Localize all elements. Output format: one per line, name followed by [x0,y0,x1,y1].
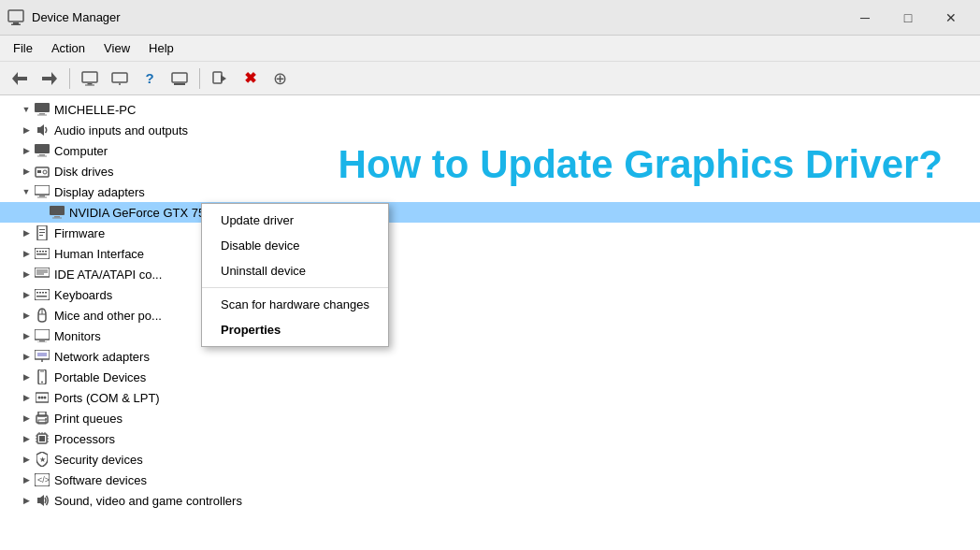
tree-item-disk[interactable]: ▶Disk drives [0,161,980,181]
software-toggle[interactable]: ▶ [19,472,34,487]
mice-toggle[interactable]: ▶ [19,308,34,323]
ide-label: IDE ATA/ATAPI co... [54,268,162,282]
menu-item-action[interactable]: Action [42,37,94,59]
uninstall-button[interactable]: ✖ [236,65,264,92]
svg-point-63 [44,397,47,399]
root-label: MICHELLE-PC [54,103,136,117]
tree-item-ide[interactable]: ▶IDE ATA/ATAPI co... [0,264,980,284]
menu-item-view[interactable]: View [94,37,139,59]
processors-label: Processors [54,432,115,446]
tree-item-computer[interactable]: ▶Computer [0,140,980,161]
ports-toggle[interactable]: ▶ [19,390,34,405]
tree-item-mice[interactable]: ▶Mice and other po... [0,305,980,326]
device-tree[interactable]: ▼ MICHELLE-PC ▶Audio inputs and outputs▶… [0,95,980,550]
menu-item-help[interactable]: Help [139,37,183,59]
context-menu-item-3[interactable]: Scan for hardware changes [202,292,388,317]
tree-item-ports[interactable]: ▶Ports (COM & LPT) [0,387,980,408]
svg-rect-31 [39,232,45,233]
tree-item-hid[interactable]: ▶Human Interface [0,243,980,264]
hid-label: Human Interface [54,247,144,261]
help-button[interactable]: ? [136,65,164,92]
nvidia-icon [49,205,65,220]
window-title: Device Manager [32,10,843,24]
portable-toggle[interactable]: ▶ [19,369,34,384]
back-button[interactable] [6,65,34,92]
maximize-button[interactable]: □ [886,0,930,36]
tree-item-audio[interactable]: ▶Audio inputs and outputs [0,120,980,140]
svg-rect-51 [35,329,50,340]
hid-icon [34,246,50,261]
firmware-label: Firmware [54,226,105,240]
forward-button[interactable] [36,65,64,92]
svg-rect-17 [35,144,50,153]
tree-item-firmware[interactable]: ▶Firmware [0,223,980,243]
tree-item-nvidia[interactable]: NVIDIA GeForce GTX 750 Ti [0,202,980,223]
close-button[interactable]: ✕ [930,0,973,36]
context-menu-item-1[interactable]: Disable device [202,233,388,258]
tree-item-display[interactable]: ▼Display adapters [0,181,980,202]
svg-rect-6 [88,83,93,85]
tree-item-portable[interactable]: ▶Portable Devices [0,367,980,387]
window-controls: ─ □ ✕ [843,0,973,36]
computer-toggle[interactable]: ▶ [19,143,34,158]
svg-rect-14 [35,103,50,112]
tree-item-network[interactable]: ▶Network adapters [0,346,980,367]
svg-rect-0 [8,10,23,22]
main-content: ▼ MICHELLE-PC ▶Audio inputs and outputs▶… [0,95,980,550]
svg-rect-7 [85,84,94,85]
audio-toggle[interactable]: ▶ [19,123,34,138]
svg-rect-52 [39,340,45,342]
audio-label: Audio inputs and outputs [54,123,188,138]
update-driver-button[interactable] [206,65,234,92]
tree-root[interactable]: ▼ MICHELLE-PC [0,99,980,120]
device-manager-button[interactable] [76,65,104,92]
context-menu-item-4[interactable]: Properties [202,317,388,342]
monitors-icon [34,328,50,343]
sound-toggle[interactable]: ▶ [19,493,34,508]
root-toggle[interactable]: ▼ [19,102,34,117]
processors-toggle[interactable]: ▶ [19,431,34,446]
tree-item-monitors[interactable]: ▶Monitors [0,326,980,346]
disk-toggle[interactable]: ▶ [19,164,34,179]
portable-label: Portable Devices [54,370,146,384]
network-label: Network adapters [54,350,150,364]
show-hidden-button[interactable] [166,65,194,92]
svg-rect-58 [40,371,44,372]
context-menu-separator-2 [202,287,388,288]
tree-item-software[interactable]: ▶</>Software devices [0,470,980,490]
scan-button[interactable]: ⊕ [266,65,294,92]
ide-toggle[interactable]: ▶ [19,267,34,282]
svg-marker-3 [12,72,27,85]
context-menu-item-2[interactable]: Uninstall device [202,258,388,283]
display-toggle[interactable]: ▼ [19,184,34,199]
security-label: Security devices [54,453,143,467]
context-menu-item-0[interactable]: Update driver [202,208,388,233]
ide-icon [34,267,50,282]
menu-item-file[interactable]: File [4,37,42,59]
computer-icon [34,143,50,158]
svg-marker-13 [221,75,226,82]
title-bar: Device Manager ─ □ ✕ [0,0,980,36]
disk-icon [34,164,50,179]
network-toggle[interactable]: ▶ [19,349,34,364]
svg-text:★: ★ [39,456,46,464]
svg-rect-25 [37,197,47,198]
display-icon [34,184,50,199]
print-toggle[interactable]: ▶ [19,411,34,426]
tree-item-sound[interactable]: ▶Sound, video and game controllers [0,490,980,511]
tree-item-security[interactable]: ▶★Security devices [0,449,980,470]
sound-label: Sound, video and game controllers [54,494,242,508]
keyboards-toggle[interactable]: ▶ [19,287,34,302]
svg-rect-30 [39,229,45,230]
tree-item-keyboards[interactable]: ▶Keyboards [0,284,980,305]
tree-item-print[interactable]: ▶Print queues [0,408,980,428]
hid-toggle[interactable]: ▶ [19,246,34,261]
sound-icon [34,493,50,508]
firmware-toggle[interactable]: ▶ [19,225,34,240]
monitors-toggle[interactable]: ▶ [19,328,34,343]
minimize-button[interactable]: ─ [843,0,886,36]
computer-button[interactable] [106,65,134,92]
security-toggle[interactable]: ▶ [19,452,34,467]
firmware-icon [34,225,50,240]
tree-item-processors[interactable]: ▶Processors [0,428,980,449]
